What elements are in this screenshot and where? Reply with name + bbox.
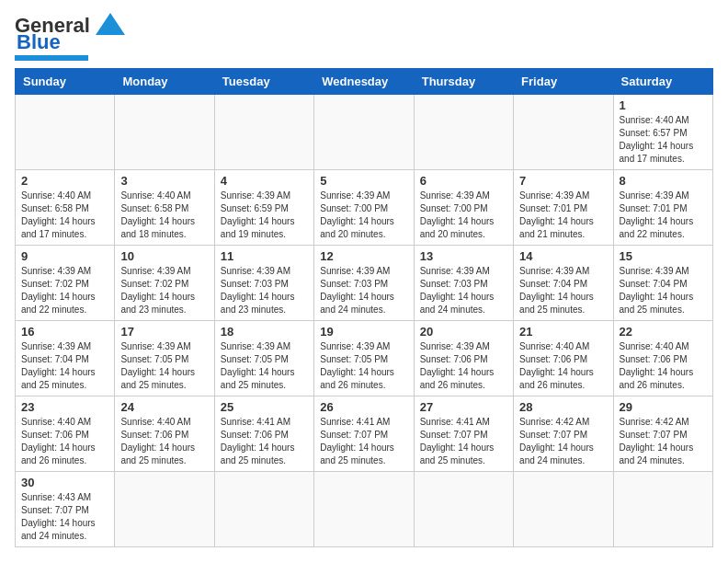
- calendar-cell: 10Sunrise: 4:39 AMSunset: 7:02 PMDayligh…: [115, 246, 214, 321]
- logo-blue-text: Blue: [17, 31, 61, 53]
- calendar-header-monday: Monday: [115, 69, 214, 95]
- day-number: 2: [21, 174, 108, 188]
- day-info: Sunrise: 4:39 AMSunset: 7:00 PMDaylight:…: [420, 190, 507, 241]
- day-number: 7: [519, 174, 607, 188]
- day-info: Sunrise: 4:39 AMSunset: 7:01 PMDaylight:…: [620, 190, 707, 241]
- svg-marker-0: [96, 13, 125, 35]
- day-info: Sunrise: 4:39 AMSunset: 7:05 PMDaylight:…: [320, 340, 407, 392]
- calendar-header-tuesday: Tuesday: [214, 69, 313, 95]
- day-number: 9: [21, 249, 108, 263]
- day-info: Sunrise: 4:41 AMSunset: 7:07 PMDaylight:…: [420, 416, 507, 467]
- day-number: 23: [21, 400, 108, 414]
- calendar-cell: [414, 95, 513, 170]
- day-number: 6: [420, 174, 507, 188]
- calendar-cell: 26Sunrise: 4:41 AMSunset: 7:07 PMDayligh…: [314, 396, 414, 472]
- logo-bar: [15, 55, 88, 61]
- day-number: 16: [21, 325, 108, 339]
- calendar-cell: [16, 95, 115, 170]
- calendar-cell: [115, 95, 214, 170]
- day-number: 12: [320, 249, 407, 263]
- calendar-cell: 29Sunrise: 4:42 AMSunset: 7:07 PMDayligh…: [613, 396, 712, 472]
- calendar-header-wednesday: Wednesday: [314, 69, 414, 95]
- calendar: SundayMondayTuesdayWednesdayThursdayFrid…: [15, 68, 713, 547]
- calendar-week-3: 9Sunrise: 4:39 AMSunset: 7:02 PMDaylight…: [16, 246, 713, 321]
- calendar-cell: 25Sunrise: 4:41 AMSunset: 7:06 PMDayligh…: [214, 396, 313, 472]
- day-info: Sunrise: 4:39 AMSunset: 7:05 PMDaylight:…: [120, 340, 208, 392]
- calendar-cell: 28Sunrise: 4:42 AMSunset: 7:07 PMDayligh…: [514, 396, 613, 472]
- calendar-cell: 8Sunrise: 4:39 AMSunset: 7:01 PMDaylight…: [613, 170, 712, 246]
- calendar-cell: [214, 472, 313, 547]
- day-number: 19: [320, 325, 407, 339]
- calendar-cell: [115, 472, 214, 547]
- day-number: 15: [620, 249, 707, 263]
- calendar-cell: [514, 95, 613, 170]
- calendar-cell: [314, 95, 414, 170]
- logo: General Blue: [15, 15, 127, 61]
- day-number: 18: [221, 325, 308, 339]
- logo-icon: [94, 11, 127, 37]
- calendar-header-thursday: Thursday: [414, 69, 513, 95]
- calendar-cell: 17Sunrise: 4:39 AMSunset: 7:05 PMDayligh…: [115, 321, 214, 396]
- calendar-header-sunday: Sunday: [16, 69, 115, 95]
- day-number: 17: [120, 325, 208, 339]
- day-info: Sunrise: 4:40 AMSunset: 7:06 PMDaylight:…: [519, 340, 607, 392]
- day-info: Sunrise: 4:42 AMSunset: 7:07 PMDaylight:…: [620, 416, 707, 467]
- calendar-cell: 27Sunrise: 4:41 AMSunset: 7:07 PMDayligh…: [414, 396, 513, 472]
- calendar-cell: [414, 472, 513, 547]
- calendar-cell: 19Sunrise: 4:39 AMSunset: 7:05 PMDayligh…: [314, 321, 414, 396]
- calendar-cell: 5Sunrise: 4:39 AMSunset: 7:00 PMDaylight…: [314, 170, 414, 246]
- day-number: 8: [620, 174, 707, 188]
- calendar-cell: 3Sunrise: 4:40 AMSunset: 6:58 PMDaylight…: [115, 170, 214, 246]
- day-info: Sunrise: 4:42 AMSunset: 7:07 PMDaylight:…: [519, 416, 607, 467]
- day-number: 24: [120, 400, 208, 414]
- calendar-cell: [613, 472, 712, 547]
- day-info: Sunrise: 4:39 AMSunset: 7:03 PMDaylight:…: [420, 265, 507, 316]
- day-number: 25: [221, 400, 308, 414]
- day-info: Sunrise: 4:43 AMSunset: 7:07 PMDaylight:…: [21, 491, 108, 543]
- calendar-cell: 15Sunrise: 4:39 AMSunset: 7:04 PMDayligh…: [613, 246, 712, 321]
- calendar-cell: 4Sunrise: 4:39 AMSunset: 6:59 PMDaylight…: [214, 170, 313, 246]
- day-number: 14: [519, 249, 607, 263]
- calendar-cell: 30Sunrise: 4:43 AMSunset: 7:07 PMDayligh…: [16, 472, 115, 547]
- day-info: Sunrise: 4:40 AMSunset: 7:06 PMDaylight:…: [620, 340, 707, 392]
- day-number: 26: [320, 400, 407, 414]
- day-info: Sunrise: 4:40 AMSunset: 6:57 PMDaylight:…: [620, 114, 707, 166]
- calendar-cell: 9Sunrise: 4:39 AMSunset: 7:02 PMDaylight…: [16, 246, 115, 321]
- day-info: Sunrise: 4:39 AMSunset: 7:05 PMDaylight:…: [221, 340, 308, 392]
- calendar-week-5: 23Sunrise: 4:40 AMSunset: 7:06 PMDayligh…: [16, 396, 713, 472]
- day-info: Sunrise: 4:39 AMSunset: 7:01 PMDaylight:…: [519, 190, 607, 241]
- day-number: 4: [221, 174, 308, 188]
- day-info: Sunrise: 4:39 AMSunset: 7:03 PMDaylight:…: [320, 265, 407, 316]
- day-info: Sunrise: 4:39 AMSunset: 7:03 PMDaylight:…: [221, 265, 308, 316]
- day-info: Sunrise: 4:39 AMSunset: 7:06 PMDaylight:…: [420, 340, 507, 392]
- day-number: 13: [420, 249, 507, 263]
- day-number: 5: [320, 174, 407, 188]
- day-info: Sunrise: 4:39 AMSunset: 7:00 PMDaylight:…: [320, 190, 407, 241]
- calendar-cell: [314, 472, 414, 547]
- calendar-cell: 24Sunrise: 4:40 AMSunset: 7:06 PMDayligh…: [115, 396, 214, 472]
- day-number: 28: [519, 400, 607, 414]
- calendar-header-friday: Friday: [514, 69, 613, 95]
- calendar-cell: 6Sunrise: 4:39 AMSunset: 7:00 PMDaylight…: [414, 170, 513, 246]
- day-number: 30: [21, 476, 108, 489]
- day-info: Sunrise: 4:40 AMSunset: 7:06 PMDaylight:…: [21, 416, 108, 467]
- day-info: Sunrise: 4:39 AMSunset: 6:59 PMDaylight:…: [221, 190, 308, 241]
- day-number: 21: [519, 325, 607, 339]
- calendar-week-2: 2Sunrise: 4:40 AMSunset: 6:58 PMDaylight…: [16, 170, 713, 246]
- calendar-cell: 14Sunrise: 4:39 AMSunset: 7:04 PMDayligh…: [514, 246, 613, 321]
- calendar-header-row: SundayMondayTuesdayWednesdayThursdayFrid…: [16, 69, 713, 95]
- calendar-cell: 18Sunrise: 4:39 AMSunset: 7:05 PMDayligh…: [214, 321, 313, 396]
- calendar-cell: 12Sunrise: 4:39 AMSunset: 7:03 PMDayligh…: [314, 246, 414, 321]
- day-info: Sunrise: 4:39 AMSunset: 7:04 PMDaylight:…: [620, 265, 707, 316]
- calendar-week-4: 16Sunrise: 4:39 AMSunset: 7:04 PMDayligh…: [16, 321, 713, 396]
- calendar-week-1: 1Sunrise: 4:40 AMSunset: 6:57 PMDaylight…: [16, 95, 713, 170]
- day-info: Sunrise: 4:39 AMSunset: 7:02 PMDaylight:…: [120, 265, 208, 316]
- calendar-cell: 20Sunrise: 4:39 AMSunset: 7:06 PMDayligh…: [414, 321, 513, 396]
- calendar-cell: 22Sunrise: 4:40 AMSunset: 7:06 PMDayligh…: [613, 321, 712, 396]
- calendar-cell: 21Sunrise: 4:40 AMSunset: 7:06 PMDayligh…: [514, 321, 613, 396]
- calendar-cell: 1Sunrise: 4:40 AMSunset: 6:57 PMDaylight…: [613, 95, 712, 170]
- calendar-cell: 16Sunrise: 4:39 AMSunset: 7:04 PMDayligh…: [16, 321, 115, 396]
- day-number: 27: [420, 400, 507, 414]
- calendar-cell: [514, 472, 613, 547]
- calendar-cell: 2Sunrise: 4:40 AMSunset: 6:58 PMDaylight…: [16, 170, 115, 246]
